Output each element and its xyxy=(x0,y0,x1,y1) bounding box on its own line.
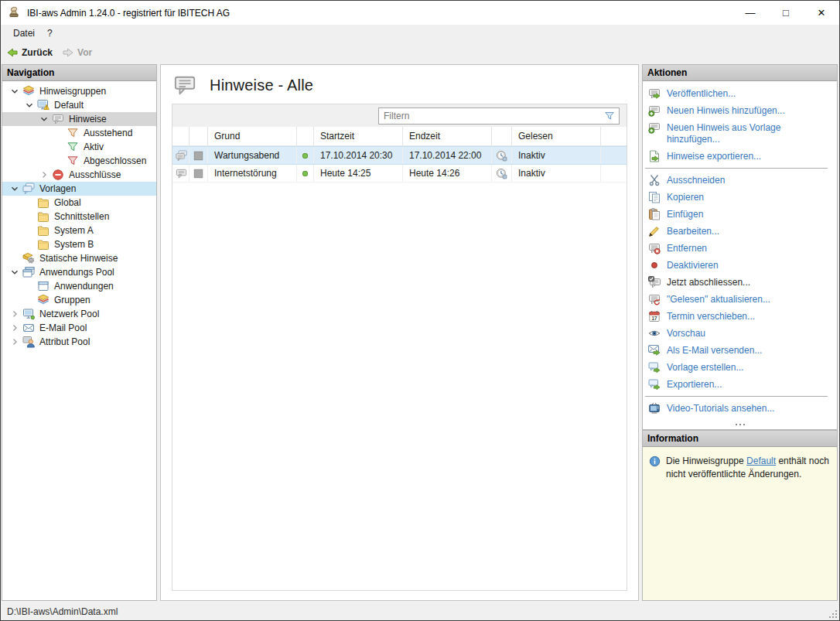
tree-item-system-a[interactable]: System A xyxy=(2,223,156,237)
tree-item-global[interactable]: Global xyxy=(2,196,156,210)
folder-icon xyxy=(37,196,50,209)
table-row-wartungsabend[interactable]: Wartungsabend 17.10.2014 20:30 17.10.201… xyxy=(172,146,627,165)
read-clock-icon xyxy=(496,150,507,162)
tree-item-anwendungen[interactable]: Anwendungen xyxy=(2,279,156,293)
col-type-icon[interactable] xyxy=(172,127,190,145)
col-startzeit[interactable]: Startzeit xyxy=(314,127,403,145)
right-column: Aktionen Veröffentlichen... Neuen Hinwei… xyxy=(642,64,838,601)
tree-item-email-pool[interactable]: E-Mail Pool xyxy=(2,321,156,335)
add-notice-icon xyxy=(648,104,661,117)
default-group-link[interactable]: Default xyxy=(746,456,776,466)
minimize-button[interactable]: — xyxy=(732,1,768,25)
action-kopieren[interactable]: Kopieren xyxy=(643,189,837,206)
chevron-right-icon[interactable] xyxy=(9,308,21,320)
cut-icon xyxy=(648,174,661,186)
action-vorlage-erstellen[interactable]: Vorlage erstellen... xyxy=(643,359,837,376)
chevron-down-icon[interactable] xyxy=(9,266,21,278)
chevron-down-icon[interactable] xyxy=(9,183,21,195)
tree-item-system-b[interactable]: System B xyxy=(2,237,156,251)
tree-item-label: Hinweisgruppen xyxy=(39,86,106,97)
create-template-icon xyxy=(648,361,661,374)
chevron-right-icon[interactable] xyxy=(9,322,21,334)
action-jetzt-abschliessen[interactable]: Jetzt abschliessen... xyxy=(643,274,837,291)
chevron-down-icon[interactable] xyxy=(38,113,50,125)
navigation-header: Navigation xyxy=(2,65,156,81)
tree-item-attribut-pool[interactable]: Attribut Pool xyxy=(2,335,156,349)
action-deaktivieren[interactable]: Deaktivieren xyxy=(643,257,837,274)
tree-item-label: Gruppen xyxy=(54,295,90,305)
action-exportieren[interactable]: Exportieren... xyxy=(643,376,837,393)
menu-bar: Datei ? xyxy=(1,25,839,42)
tree-item-label: Global xyxy=(54,197,81,208)
action-vorschau[interactable]: Vorschau xyxy=(643,325,837,342)
close-button[interactable]: ✕ xyxy=(804,1,839,25)
back-button[interactable]: Zurück xyxy=(6,46,53,59)
paste-icon xyxy=(648,208,661,220)
action-video-tutorials[interactable]: Video-Tutorials ansehen... xyxy=(643,400,837,417)
action-neuen-hinweis-hinzufuegen[interactable]: Neuen Hinweis hinzufügen... xyxy=(643,102,837,119)
app-window: IBI-aws Admin 1.24.0 - registriert für I… xyxy=(0,0,840,621)
maximize-button[interactable]: □ xyxy=(768,1,804,25)
action-veroeffentlichen[interactable]: Veröffentlichen... xyxy=(643,85,837,102)
title-bar: IBI-aws Admin 1.24.0 - registriert für I… xyxy=(1,1,839,25)
network-pool-icon xyxy=(22,308,35,320)
folder-icon xyxy=(37,210,50,223)
tree-item-statische-hinweise[interactable]: Statische Hinweise xyxy=(2,251,156,265)
filter-strip xyxy=(172,104,627,127)
menu-help[interactable]: ? xyxy=(41,26,59,40)
chevron-down-icon[interactable] xyxy=(23,99,36,111)
tree-item-vorlagen[interactable]: Vorlagen xyxy=(2,182,156,196)
table-header: Grund Startzeit Endzeit Gelesen xyxy=(172,127,627,146)
back-label: Zurück xyxy=(22,47,53,58)
tree-item-hinweisgruppen[interactable]: Hinweisgruppen xyxy=(2,84,156,98)
col-grund[interactable]: Grund xyxy=(208,127,297,145)
resize-grip[interactable] xyxy=(828,609,838,619)
col-gelesen[interactable]: Gelesen xyxy=(512,127,601,145)
action-gelesen-aktualisieren[interactable]: "Gelesen" aktualisieren... xyxy=(643,291,837,308)
tree-item-netzwerk-pool[interactable]: Netzwerk Pool xyxy=(2,307,156,321)
notices-icon xyxy=(52,113,64,125)
forward-button[interactable]: Vor xyxy=(62,46,92,59)
tree-item-aktiv[interactable]: Aktiv xyxy=(2,140,156,154)
tree-item-anwendungs-pool[interactable]: Anwendungs Pool xyxy=(2,265,156,279)
attribute-pool-icon xyxy=(22,336,35,348)
action-neuen-hinweis-aus-vorlage[interactable]: Neuen Hinweis aus Vorlage hinzufügen... xyxy=(643,119,837,148)
forward-label: Vor xyxy=(77,47,92,58)
filter-funnel-icon[interactable] xyxy=(604,111,615,121)
information-text: Die Hinweisgruppe Default enthält noch n… xyxy=(666,455,831,481)
actions-panel: Aktionen Veröffentlichen... Neuen Hinwei… xyxy=(642,64,838,430)
tree-item-default[interactable]: Default xyxy=(2,98,156,112)
tree-item-ausstehend[interactable]: Ausstehend xyxy=(2,126,156,140)
chevron-right-icon[interactable] xyxy=(9,336,21,348)
tree-item-gruppen[interactable]: Gruppen xyxy=(2,293,156,307)
table-row-internetstoerung[interactable]: Internetstörung Heute 14:25 Heute 14:26 … xyxy=(172,165,627,183)
action-als-email-versenden[interactable]: Als E-Mail versenden... xyxy=(643,342,837,359)
col-state-icon[interactable] xyxy=(190,127,208,145)
action-ausschneiden[interactable]: Ausschneiden xyxy=(643,172,837,189)
actions-separator xyxy=(645,168,828,169)
action-entfernen[interactable]: Entfernen xyxy=(643,240,837,257)
action-bearbeiten[interactable]: Bearbeiten... xyxy=(643,223,837,240)
chevron-right-icon[interactable] xyxy=(38,169,50,181)
panel-splitter-grip[interactable] xyxy=(643,420,837,429)
chevron-down-icon[interactable] xyxy=(9,85,21,97)
col-gelesen-icon[interactable] xyxy=(492,127,512,145)
action-einfuegen[interactable]: Einfügen xyxy=(643,206,837,223)
tree-item-schnittstellen[interactable]: Schnittstellen xyxy=(2,210,156,223)
filter-input[interactable] xyxy=(379,111,604,121)
read-clock-icon xyxy=(496,168,507,179)
tree-item-label: Attribut Pool xyxy=(39,336,90,347)
tree-item-label: Hinweise xyxy=(69,114,107,125)
information-body: Die Hinweisgruppe Default enthält noch n… xyxy=(643,447,837,600)
tree-item-hinweise[interactable]: Hinweise xyxy=(2,112,156,126)
cell-grund: Internetstörung xyxy=(208,165,297,182)
col-endzeit[interactable]: Endzeit xyxy=(403,127,492,145)
action-termin-verschieben[interactable]: Termin verschieben... xyxy=(643,308,837,325)
tree-item-abgeschlossen[interactable]: Abgeschlossen xyxy=(2,154,156,168)
col-status-dot[interactable] xyxy=(297,127,314,145)
action-hinweise-exportieren[interactable]: Hinweise exportieren... xyxy=(643,148,837,165)
tree-item-ausschluesse[interactable]: Ausschlüsse xyxy=(2,168,156,182)
filter-pending-icon xyxy=(67,127,79,139)
folder-icon xyxy=(37,238,50,251)
menu-datei[interactable]: Datei xyxy=(7,26,41,40)
